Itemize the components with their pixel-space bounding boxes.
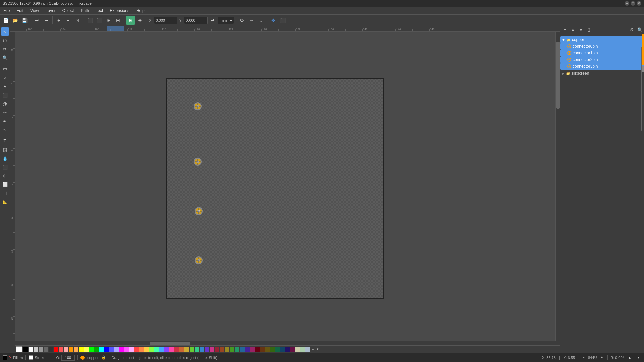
layer-panel-scrollbar[interactable] <box>641 47 642 131</box>
layer-up-button[interactable]: ▲ <box>569 26 577 34</box>
open-button[interactable]: 📂 <box>11 16 19 25</box>
color-swatch[interactable] <box>149 347 154 352</box>
color-swatch[interactable] <box>94 347 99 352</box>
gradient-tool[interactable]: ▨ <box>1 145 9 154</box>
color-swatch[interactable] <box>205 347 209 352</box>
color-swatch[interactable] <box>164 347 169 352</box>
color-swatch[interactable] <box>124 347 129 352</box>
color-swatch[interactable] <box>114 347 119 352</box>
align-left-button[interactable]: ⬛ <box>86 16 94 25</box>
color-none[interactable] <box>16 346 22 352</box>
color-swatch[interactable] <box>59 347 63 352</box>
minimize-button[interactable]: ─ <box>625 1 629 6</box>
3d-button[interactable]: ⬛ <box>278 16 287 25</box>
hscroll-thumb[interactable] <box>150 342 190 345</box>
spray-tool[interactable]: ⊕ <box>1 172 9 180</box>
color-swatch[interactable] <box>129 347 134 352</box>
color-swatch[interactable] <box>139 347 144 352</box>
menu-extensions[interactable]: Extensions <box>106 7 133 15</box>
color-black[interactable] <box>23 347 28 352</box>
calligraphy-tool[interactable]: ∿ <box>1 126 9 134</box>
pcb-canvas[interactable] <box>166 78 384 299</box>
menu-help[interactable]: Help <box>133 7 148 15</box>
color-swatch[interactable] <box>134 347 139 352</box>
color-swatch[interactable] <box>240 347 245 352</box>
color-swatch[interactable] <box>250 347 255 352</box>
y-input[interactable] <box>184 17 208 24</box>
dropper-tool[interactable]: 💧 <box>1 154 9 162</box>
enter-x-button[interactable]: ↵ <box>208 16 217 25</box>
color-swatch[interactable] <box>225 347 229 352</box>
color-swatch[interactable] <box>69 347 73 352</box>
connector2pin-item[interactable]: connector2pin <box>560 56 644 63</box>
color-swatch[interactable] <box>245 347 250 352</box>
color-swatch[interactable] <box>220 347 224 352</box>
group-button[interactable]: ⊞ <box>104 16 113 25</box>
color-swatch[interactable] <box>290 347 295 352</box>
zoom-fit-button[interactable]: ⊡ <box>73 16 82 25</box>
opacity-input[interactable] <box>61 355 75 361</box>
rect-tool[interactable]: ▭ <box>1 65 9 73</box>
paint-tool[interactable]: ⬛ <box>1 163 9 171</box>
menu-file[interactable]: File <box>0 7 13 15</box>
hscrollbar[interactable] <box>15 341 560 345</box>
eraser-tool[interactable]: ⬜ <box>1 180 9 188</box>
snap2-button[interactable]: ⊕ <box>136 16 144 25</box>
x-input[interactable] <box>154 17 177 24</box>
color-swatch[interactable] <box>184 347 189 352</box>
pen-tool[interactable]: ✒ <box>1 117 9 125</box>
pencil-tool[interactable]: ✏ <box>1 108 9 116</box>
color-swatch[interactable] <box>109 347 114 352</box>
color-swatch[interactable] <box>159 347 164 352</box>
zoom-minus-button[interactable]: − <box>581 355 587 361</box>
color-swatch[interactable] <box>44 347 48 352</box>
menu-text[interactable]: Text <box>92 7 106 15</box>
measure-tool[interactable]: 📐 <box>1 198 9 206</box>
new-button[interactable]: 📄 <box>1 16 10 25</box>
palette-scroll-up[interactable]: ▲ <box>311 347 315 352</box>
vscroll-thumb[interactable] <box>556 42 560 109</box>
color-swatch[interactable] <box>34 347 38 352</box>
connector1-pad[interactable] <box>194 158 202 166</box>
color-swatch[interactable] <box>99 347 104 352</box>
spiral-tool[interactable]: @ <box>1 100 9 108</box>
color-swatch[interactable] <box>300 347 305 352</box>
color-swatch[interactable] <box>190 347 194 352</box>
silkscreen-layer-header[interactable]: ▶ 📁 silkscreen <box>560 70 644 77</box>
zoom-plus-button[interactable]: + <box>599 355 605 361</box>
tweak-tool[interactable]: ≋ <box>1 45 9 53</box>
layer-settings-button[interactable]: ⚙ <box>628 26 635 34</box>
color-swatch[interactable] <box>119 347 124 352</box>
stroke-color-box[interactable] <box>29 355 33 360</box>
select-mode-button[interactable]: ✥ <box>269 16 278 25</box>
color-swatch[interactable] <box>195 347 199 352</box>
text-tool[interactable]: T <box>1 137 9 145</box>
unit-select[interactable]: mm px in <box>218 17 234 24</box>
snap-options-button[interactable]: ▲ <box>627 355 633 361</box>
close-button[interactable]: ✕ <box>637 1 641 6</box>
color-swatch[interactable] <box>104 347 109 352</box>
color-swatch[interactable] <box>305 347 310 352</box>
menu-layer[interactable]: Layer <box>42 7 59 15</box>
color-swatch[interactable] <box>84 347 89 352</box>
color-swatch[interactable] <box>260 347 265 352</box>
maximize-button[interactable]: □ <box>631 1 635 6</box>
3d-box-tool[interactable]: ⬛ <box>1 91 9 99</box>
color-white[interactable] <box>29 347 33 352</box>
canvas-area[interactable] <box>15 32 560 345</box>
color-swatch[interactable] <box>49 347 53 352</box>
color-swatch[interactable] <box>275 347 280 352</box>
flip-h-button[interactable]: ↔ <box>247 16 256 25</box>
undo-button[interactable]: ↩ <box>33 16 41 25</box>
color-swatch[interactable] <box>230 347 234 352</box>
layer-add-button[interactable]: + <box>561 26 569 34</box>
connector1pin-item[interactable]: connector1pin <box>560 50 644 56</box>
palette-scroll-down[interactable]: ▼ <box>315 347 320 352</box>
star-tool[interactable]: ★ <box>1 82 9 90</box>
color-swatch[interactable] <box>174 347 179 352</box>
vscrollbar[interactable] <box>555 32 560 341</box>
color-swatch[interactable] <box>295 347 300 352</box>
color-swatch[interactable] <box>285 347 290 352</box>
fill-color-box[interactable] <box>3 355 7 360</box>
connector0-pad[interactable] <box>194 102 202 110</box>
